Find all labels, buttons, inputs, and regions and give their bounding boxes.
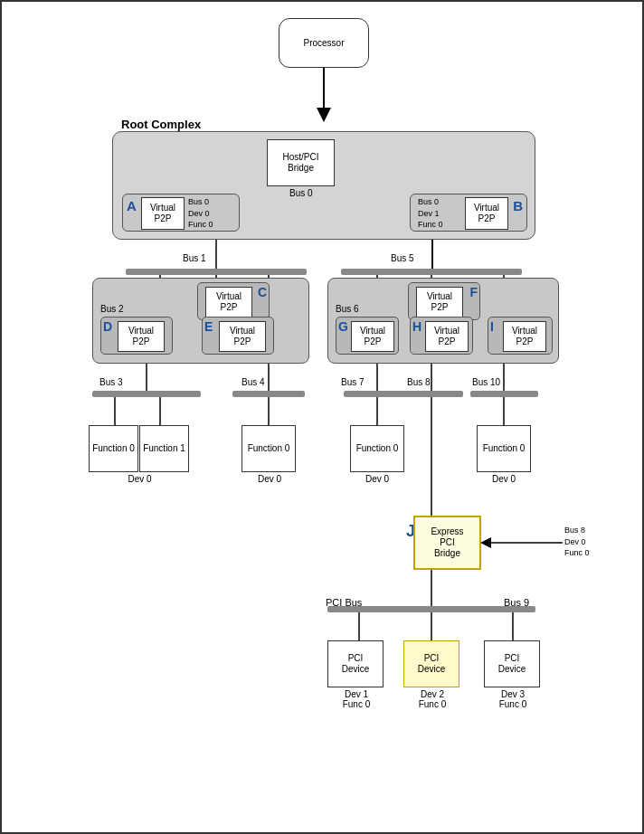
bus7-label: Bus 7: [341, 377, 365, 387]
connection-lines: [2, 2, 642, 832]
label-A: A: [127, 198, 137, 213]
dev0-bus4-label: Dev 0: [239, 474, 300, 484]
region-A: A VirtualP2P Bus 0Dev 0Func 0: [122, 194, 240, 232]
vpP2P-E: VirtualP2P: [219, 321, 266, 352]
bus4-label: Bus 4: [242, 377, 265, 387]
vpP2P-B: VirtualP2P: [465, 197, 508, 230]
svg-rect-27: [400, 391, 463, 397]
region-D: D VirtualP2P: [100, 317, 173, 355]
vpP2P-H: VirtualP2P: [425, 321, 469, 352]
label-B: B: [513, 198, 523, 213]
dev0-bus3-label: Dev 0: [92, 474, 187, 484]
region-B: B Bus 0Dev 1Func 0 VirtualP2P: [410, 194, 527, 232]
root-complex-label: Root Complex: [121, 118, 201, 131]
svg-rect-18: [341, 269, 522, 275]
vpP2P-A: VirtualP2P: [141, 197, 185, 230]
processor-label: Processor: [303, 38, 344, 49]
vpP2P-F: VirtualP2P: [416, 287, 463, 317]
svg-rect-6: [126, 269, 307, 275]
bus3-label: Bus 3: [99, 377, 123, 387]
pci-device-3: PCIDevice: [484, 640, 540, 687]
pci-device-1: PCIDevice: [327, 640, 384, 687]
diagram-container: Processor Root Complex Host/PCIBridge Bu…: [0, 0, 644, 834]
root-complex-region: Host/PCIBridge Bus 0 A VirtualP2P Bus 0D…: [112, 131, 535, 240]
express-pci-bridge-label: ExpressPCIBridge: [431, 526, 463, 559]
func1-bus3-dev0: Function 1: [139, 425, 189, 472]
label-E: E: [204, 319, 213, 334]
pci-bus-label: PCI Bus: [326, 597, 362, 608]
bus2-label: Bus 2: [100, 304, 124, 314]
pci-device-2: PCIDevice: [403, 640, 459, 687]
func0-bus10: Function 0: [477, 425, 531, 472]
addr-A: Bus 0Dev 0Func 0: [188, 196, 213, 231]
svg-rect-15: [232, 391, 305, 397]
pci-dev3-addr: Dev 3Func 0: [482, 689, 544, 709]
processor-box: Processor: [279, 18, 369, 68]
vpP2P-I: VirtualP2P: [503, 321, 546, 352]
bus10-label: Bus 10: [472, 377, 500, 387]
label-I: I: [490, 319, 494, 334]
svg-rect-30: [470, 391, 538, 397]
express-pci-bridge-box: ExpressPCIBridge: [413, 516, 481, 570]
func0-bus3-dev0: Function 0: [89, 425, 138, 472]
vpP2P-G: VirtualP2P: [351, 321, 394, 352]
svg-rect-11: [92, 391, 201, 397]
bus5-label: Bus 5: [391, 253, 414, 263]
region-F: F VirtualP2P: [408, 282, 480, 320]
region-left-sub: Bus 2 C VirtualP2P D VirtualP2P E Virtua…: [92, 278, 309, 364]
label-G: G: [338, 319, 348, 334]
func0-bus7: Function 0: [350, 425, 404, 472]
host-bridge-label: Host/PCIBridge: [282, 152, 318, 174]
pci-dev2-addr: Dev 2Func 0: [402, 689, 463, 709]
func0-bus4: Function 0: [242, 425, 296, 472]
label-D: D: [103, 319, 112, 334]
label-C: C: [258, 285, 267, 299]
label-H: H: [412, 319, 421, 334]
region-G: G VirtualP2P: [336, 317, 399, 355]
region-H: H VirtualP2P: [410, 317, 473, 355]
dev0-bus7-label: Dev 0: [350, 474, 404, 484]
svg-rect-24: [344, 391, 412, 397]
region-right-sub: Bus 6 F VirtualP2P G VirtualP2P H Virtua…: [327, 278, 559, 364]
region-E: E VirtualP2P: [202, 317, 274, 355]
label-F: F: [469, 285, 478, 299]
vpP2P-C: VirtualP2P: [205, 287, 252, 317]
bus1-label: Bus 1: [183, 253, 206, 263]
bus8-label: Bus 8: [407, 377, 431, 387]
bus6-label: Bus 6: [336, 304, 359, 314]
vpP2P-D: VirtualP2P: [118, 321, 165, 352]
bus0-label: Bus 0: [289, 188, 313, 198]
addr-B: Bus 0Dev 1Func 0: [418, 196, 443, 231]
pci-dev1-addr: Dev 1Func 0: [326, 689, 387, 709]
region-I: I VirtualP2P: [488, 317, 553, 355]
bus8-dev0-func0-label: Bus 8Dev 0Func 0: [564, 525, 590, 559]
host-bridge-box: Host/PCIBridge: [267, 139, 335, 186]
dev0-bus10-label: Dev 0: [477, 474, 531, 484]
bus9-label: Bus 9: [504, 597, 529, 608]
region-C: C VirtualP2P: [197, 282, 270, 320]
